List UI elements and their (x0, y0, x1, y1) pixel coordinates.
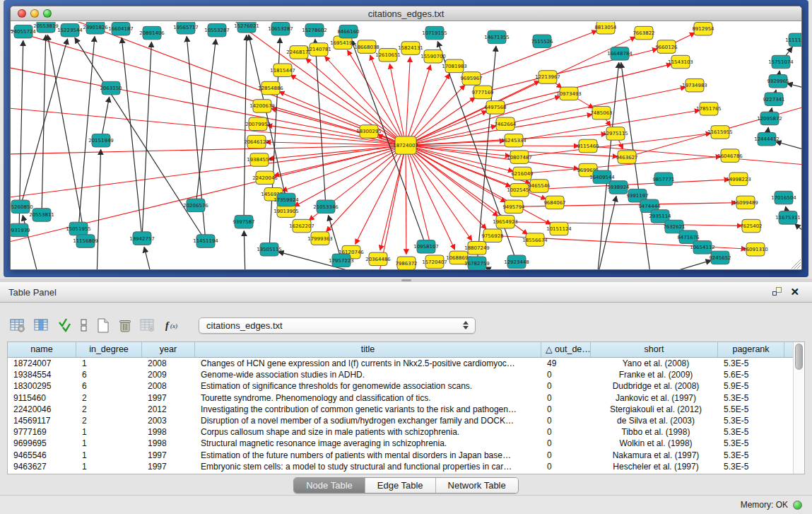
table-cell[interactable]: 9463627 (8, 461, 76, 472)
table-row[interactable]: 1830029562008Estimation of significance … (8, 380, 793, 392)
table-cell[interactable]: Yano et al. (2008) (591, 358, 718, 369)
memory-indicator[interactable] (793, 501, 802, 510)
table-cell[interactable]: de Silva et al. (2003) (591, 415, 718, 426)
table-cell[interactable]: 9777169 (8, 426, 76, 438)
tab-edge-table[interactable]: Edge Table (365, 478, 436, 493)
table-cell[interactable]: 5.6E-5 (718, 369, 784, 380)
table-cell[interactable]: 5.3E-5 (718, 438, 784, 449)
table-cell[interactable]: 1997 (142, 450, 195, 461)
float-panel-button[interactable] (768, 286, 786, 299)
table-cell[interactable]: 9699695 (8, 438, 76, 449)
table-cell[interactable]: 2 (76, 404, 142, 415)
toolbar-row-height-button[interactable] (80, 317, 88, 334)
column-header-title[interactable]: title (195, 342, 541, 357)
table-cell[interactable]: 1 (76, 358, 142, 369)
close-panel-button[interactable]: ✕ (786, 286, 804, 299)
toolbar-function-builder-button[interactable]: f(x) (164, 317, 182, 334)
table-cell[interactable]: Genome-wide association studies in ADHD. (195, 369, 541, 380)
table-cell[interactable]: 0 (541, 461, 591, 472)
toolbar-column-visibility-button[interactable] (34, 317, 50, 334)
table-cell[interactable]: 1997 (142, 392, 195, 404)
table-cell[interactable]: Nakamura et al. (1997) (591, 450, 718, 461)
toolbar-table-mode-button[interactable] (10, 317, 26, 334)
network-window-titlebar[interactable]: citations_edges.txt (11, 6, 801, 21)
column-header-pagerank[interactable]: pagerank (718, 342, 784, 357)
table-cell[interactable]: 6 (76, 369, 142, 380)
table-selector-dropdown[interactable]: citations_edges.txt (199, 317, 476, 334)
table-cell[interactable]: 1998 (142, 438, 195, 449)
table-cell[interactable]: 1997 (142, 461, 195, 472)
table-cell[interactable]: 1 (76, 450, 142, 461)
table-cell[interactable]: Jankovic et al. (1997) (591, 392, 718, 404)
table-cell[interactable]: 2 (76, 415, 142, 426)
table-cell[interactable]: 1 (76, 461, 142, 472)
toolbar-new-column-button[interactable] (96, 317, 110, 334)
table-cell[interactable]: 0 (541, 404, 591, 415)
table-cell[interactable]: 5.3E-5 (718, 392, 784, 404)
table-cell[interactable]: 9115460 (8, 392, 76, 404)
table-cell[interactable]: Tibbo et al. (1998) (591, 426, 718, 438)
column-header-in_degree[interactable]: in_degree (76, 342, 142, 357)
table-cell[interactable]: 49 (541, 358, 591, 369)
network-canvas[interactable]: 1872400722468172118154471285488614200679… (11, 22, 801, 269)
table-cell[interactable]: Structural magnetic resonance image aver… (195, 438, 541, 449)
vertical-scrollbar[interactable] (793, 342, 804, 474)
table-cell[interactable]: 19384554 (8, 369, 76, 380)
toolbar-select-columns-button[interactable] (58, 317, 72, 334)
table-row[interactable]: 2242004622012Investigating the contribut… (8, 404, 793, 415)
table-row[interactable]: 1456911722003Disruption of a novel membe… (8, 415, 793, 426)
table-cell[interactable]: Wolkin et al. (1998) (591, 438, 718, 449)
canvas-resize-grip[interactable] (792, 259, 801, 269)
table-cell[interactable]: Estimation of significance thresholds fo… (195, 380, 541, 392)
table-row[interactable]: 1938455462009Genome-wide association stu… (8, 369, 793, 380)
table-cell[interactable]: Investigating the contribution of common… (195, 404, 541, 415)
table-cell[interactable]: Corpus callosum shape and size in male p… (195, 426, 541, 438)
table-cell[interactable]: 5.3E-5 (718, 450, 784, 461)
table-cell[interactable]: 5.3E-5 (718, 426, 784, 438)
column-header-year[interactable]: year (142, 342, 195, 357)
tab-node-table[interactable]: Node Table (294, 478, 365, 493)
table-cell[interactable]: 2008 (142, 358, 195, 369)
table-cell[interactable]: 1 (76, 438, 142, 449)
table-cell[interactable]: Tourette syndrome. Phenomenology and cla… (195, 392, 541, 404)
table-row[interactable]: 977716911998Corpus callosum shape and si… (8, 426, 793, 438)
table-cell[interactable]: 0 (541, 426, 591, 438)
table-cell[interactable]: 5.9E-5 (718, 380, 784, 392)
table-cell[interactable]: Stergiakouli et al. (2012) (591, 404, 718, 415)
table-cell[interactable]: 5.5E-5 (718, 404, 784, 415)
table-cell[interactable]: 1 (76, 426, 142, 438)
table-cell[interactable]: 2009 (142, 369, 195, 380)
table-cell[interactable]: 2 (76, 392, 142, 404)
table-cell[interactable]: 0 (541, 438, 591, 449)
table-cell[interactable]: 0 (541, 392, 591, 404)
table-cell[interactable]: 18300295 (8, 380, 76, 392)
table-cell[interactable]: 0 (541, 380, 591, 392)
table-cell[interactable]: Disruption of a novel member of a sodium… (195, 415, 541, 426)
table-cell[interactable]: 0 (541, 450, 591, 461)
tab-network-table[interactable]: Network Table (436, 478, 518, 493)
table-row[interactable]: 946362711997Embryonic stem cells: a mode… (8, 461, 793, 472)
table-cell[interactable]: 0 (541, 369, 591, 380)
table-cell[interactable]: 2008 (142, 380, 195, 392)
table-cell[interactable]: 5.3E-5 (718, 461, 784, 472)
table-row[interactable]: 911546021997Tourette syndrome. Phenomeno… (8, 392, 793, 404)
table-cell[interactable]: Dudbridge et al. (2008) (591, 380, 718, 392)
table-row[interactable]: 1872400712008Changes of HCN gene express… (8, 358, 793, 369)
table-cell[interactable]: 2012 (142, 404, 195, 415)
column-header-short[interactable]: short (591, 342, 718, 357)
table-cell[interactable]: Estimation of the future numbers of pati… (195, 450, 541, 461)
table-row[interactable]: 946554611997Estimation of the future num… (8, 450, 793, 461)
table-row[interactable]: 969969511998Structural magnetic resonanc… (8, 438, 793, 449)
table-cell[interactable]: 9465546 (8, 450, 76, 461)
table-cell[interactable]: 2003 (142, 415, 195, 426)
table-cell[interactable]: Changes of HCN gene expression and I(f) … (195, 358, 541, 369)
toolbar-delete-column-button[interactable] (118, 317, 132, 334)
column-header-name[interactable]: name (8, 342, 76, 357)
table-cell[interactable]: Embryonic stem cells: a model to study s… (195, 461, 541, 472)
table-cell[interactable]: 5.3E-5 (718, 358, 784, 369)
column-header-out_de[interactable]: △ out_de… (541, 342, 591, 357)
table-cell[interactable]: 18724007 (8, 358, 76, 369)
table-cell[interactable]: 14569117 (8, 415, 76, 426)
table-cell[interactable]: 6 (76, 380, 142, 392)
table-cell[interactable]: 1998 (142, 426, 195, 438)
